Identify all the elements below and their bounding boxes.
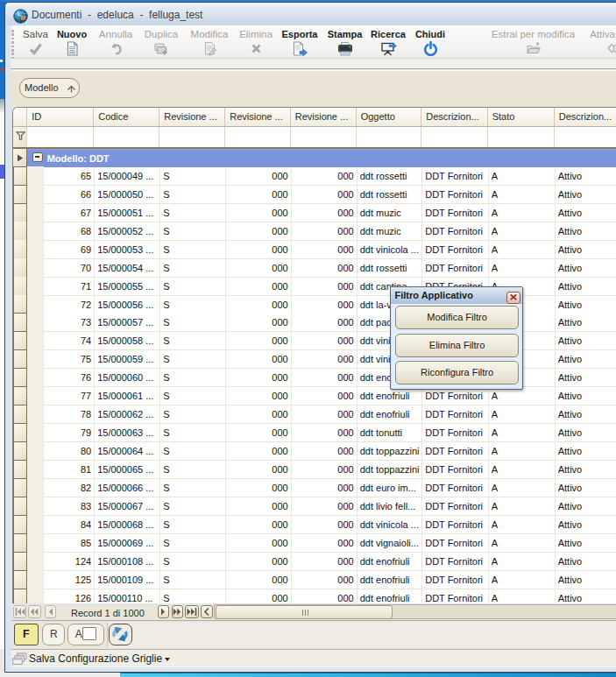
svg-text:M: M [20,14,25,20]
